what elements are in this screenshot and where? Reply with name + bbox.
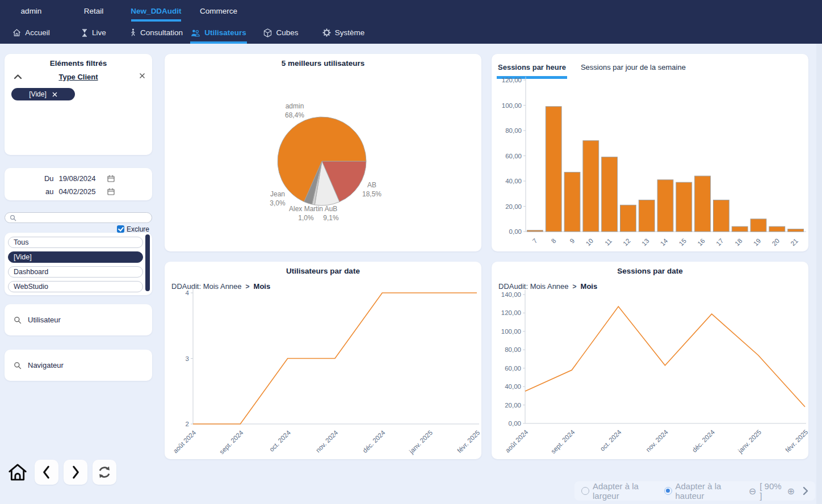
bar-21	[788, 229, 804, 232]
svg-text:4: 4	[186, 289, 190, 296]
bar-8	[546, 107, 561, 232]
date-from-label: Du	[43, 174, 54, 183]
line-series	[525, 306, 805, 407]
svg-text:janv. 2025: janv. 2025	[408, 429, 434, 455]
bar-10	[583, 141, 599, 232]
svg-text:60,00: 60,00	[505, 365, 521, 372]
list-scrollbar[interactable]	[145, 234, 150, 291]
svg-text:40,00: 40,00	[505, 178, 522, 184]
menu-item-cubes[interactable]: Cubes	[250, 22, 312, 44]
fit-height-label: Adapter à la hauteur	[676, 481, 745, 501]
type-search-input[interactable]	[5, 212, 152, 223]
line-series	[193, 293, 477, 424]
sessions-per-hour-panel: Sessions par heure Sessions par jour de …	[492, 54, 808, 251]
menu-item-systeme[interactable]: Système	[312, 22, 375, 44]
close-icon[interactable]	[139, 73, 145, 79]
filter-group-label[interactable]: Type Client	[5, 73, 152, 81]
top-nav: admin Retail New_DDAudit Commerce Accuei…	[0, 0, 822, 44]
search-icon	[14, 362, 22, 369]
pie-label-admin: admin68,4%	[276, 102, 313, 120]
exclude-checkbox[interactable]	[117, 225, 124, 233]
forward-button[interactable]	[64, 460, 87, 485]
utilisateur-search-panel[interactable]: Utilisateur	[5, 304, 152, 335]
workspace-tab-new-ddaudit[interactable]: New_DDAudit	[125, 0, 187, 22]
svg-text:févr. 2025: févr. 2025	[784, 429, 808, 453]
zoom-in-icon[interactable]: ⊕	[787, 486, 795, 497]
calendar-icon[interactable]	[107, 175, 115, 182]
bar-9	[564, 172, 580, 232]
chip-close-icon[interactable]	[52, 92, 57, 97]
svg-text:8: 8	[550, 237, 557, 245]
svg-text:80,00: 80,00	[505, 127, 522, 134]
back-button[interactable]	[35, 460, 58, 485]
chevron-right-icon[interactable]	[803, 486, 808, 495]
page-scrollbar[interactable]	[816, 44, 822, 504]
pie-label-aub: AuB9,1%	[319, 205, 343, 222]
main-menu: Accueil Live Consultation Utilisateurs C…	[0, 22, 375, 44]
menu-item-label: Live	[92, 28, 106, 37]
svg-text:60,00: 60,00	[505, 153, 522, 159]
svg-text:17: 17	[715, 237, 725, 247]
svg-text:120,00: 120,00	[501, 309, 521, 316]
navigateur-search-panel[interactable]: Navigateur	[5, 350, 152, 381]
bar-chart-svg: 0,0020,0040,0060,0080,00100,00120,007891…	[492, 54, 808, 251]
svg-text:nov. 2024: nov. 2024	[314, 429, 339, 454]
bar-16	[695, 176, 711, 232]
line-chart-svg: 234août 2024sept. 2024oct. 2024nov. 2024…	[165, 262, 481, 459]
svg-text:15: 15	[678, 237, 688, 247]
bar-15	[676, 182, 692, 232]
list-item-dashboard[interactable]: Dashboard	[8, 266, 143, 278]
pie-label-ab: AB18,5%	[358, 181, 385, 199]
refresh-icon[interactable]	[93, 460, 116, 485]
svg-text:déc. 2024: déc. 2024	[691, 429, 716, 454]
workspace-tab-admin[interactable]: admin	[0, 0, 62, 22]
menu-item-live[interactable]: Live	[62, 22, 125, 44]
svg-text:120,00: 120,00	[502, 77, 522, 83]
list-item-vide[interactable]: [Vide]	[8, 251, 143, 263]
svg-text:20,00: 20,00	[505, 203, 522, 210]
home-button[interactable]	[6, 460, 30, 485]
filter-group-row: Type Client	[5, 73, 152, 84]
svg-text:13: 13	[640, 237, 651, 247]
svg-text:août 2024: août 2024	[504, 429, 530, 454]
calendar-icon[interactable]	[107, 188, 115, 195]
exclude-row: Exclure	[5, 225, 152, 233]
menu-item-accueil[interactable]: Accueil	[0, 22, 62, 44]
bar-7	[527, 230, 543, 232]
bar-18	[732, 226, 748, 232]
svg-text:sept. 2024: sept. 2024	[550, 429, 576, 455]
list-item-tous[interactable]: Tous	[8, 237, 143, 248]
workspace-tab-commerce[interactable]: Commerce	[187, 0, 250, 22]
zoom-out-icon[interactable]: ⊖	[749, 486, 756, 497]
svg-text:3: 3	[186, 355, 189, 362]
svg-text:7: 7	[531, 237, 539, 245]
fit-width-radio[interactable]	[581, 487, 589, 495]
list-item-webstudio[interactable]: WebStudio	[8, 281, 143, 292]
search-icon	[14, 316, 22, 324]
sessions-by-date-panel: Sessions par date DDAudit: Mois Annee > …	[492, 262, 808, 459]
navigation-buttons	[6, 459, 116, 486]
date-from-input[interactable]: 19/08/2024	[59, 174, 102, 183]
workspace-tab-retail[interactable]: Retail	[62, 0, 125, 22]
date-to-input[interactable]: 04/02/2025	[59, 187, 102, 196]
gear-icon	[322, 28, 331, 37]
bar-13	[639, 200, 655, 232]
svg-text:oct. 2024: oct. 2024	[268, 429, 292, 453]
bar-14	[657, 180, 673, 232]
svg-text:9: 9	[568, 237, 576, 245]
navigateur-label: Navigateur	[28, 361, 64, 369]
menu-item-label: Système	[335, 28, 365, 37]
svg-text:12: 12	[622, 237, 632, 247]
svg-text:2: 2	[186, 421, 189, 427]
menu-item-utilisateurs[interactable]: Utilisateurs	[187, 22, 250, 44]
menu-item-label: Accueil	[25, 28, 50, 37]
svg-text:14: 14	[659, 237, 669, 247]
bar-17	[714, 200, 729, 232]
svg-text:140,00: 140,00	[501, 291, 521, 298]
bar-12	[620, 205, 636, 232]
menu-item-consultation[interactable]: Consultation	[125, 22, 187, 44]
fit-height-radio[interactable]	[664, 487, 672, 495]
bar-11	[602, 157, 618, 232]
svg-text:janv. 2025: janv. 2025	[736, 429, 762, 455]
filter-chip-vide[interactable]: [Vide]	[11, 88, 75, 100]
